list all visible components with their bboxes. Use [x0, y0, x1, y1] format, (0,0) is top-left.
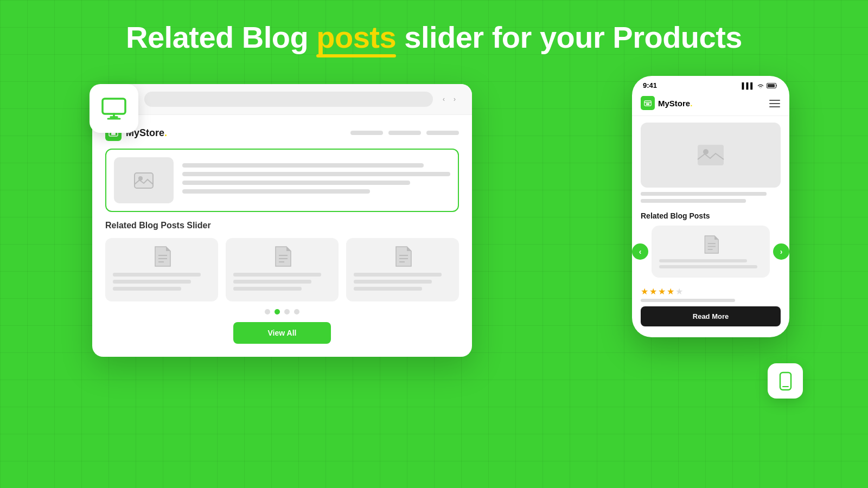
nav-line-3 [426, 131, 459, 135]
svg-rect-26 [698, 145, 724, 165]
browser-content: MyStore. [92, 115, 472, 357]
read-more-button[interactable]: Read More [641, 306, 781, 326]
svg-rect-31 [780, 373, 791, 390]
star-3: ★ [658, 286, 666, 297]
product-section [105, 149, 459, 212]
mobile-hero-image [641, 123, 781, 188]
mobile-store-name: MyStore. [658, 99, 692, 108]
mobile-store-logo [641, 96, 655, 110]
svg-rect-19 [768, 84, 775, 87]
mobile-rating-stars: ★ ★ ★ ★ ★ [632, 283, 789, 299]
blog-cards-row [105, 238, 459, 301]
card-lines-2 [233, 273, 331, 294]
star-4: ★ [667, 286, 674, 297]
phone-icon [776, 371, 795, 391]
blog-card-2 [226, 238, 339, 301]
page-wrapper: Related Blog posts slider for your Produ… [0, 0, 868, 488]
svg-rect-0 [103, 99, 125, 114]
mobile-rating-line [641, 299, 735, 302]
signal-icon: ▌▌▌ [742, 82, 755, 89]
monitor-icon [100, 94, 127, 123]
dot-1[interactable] [265, 309, 270, 314]
mobile-menu-icon[interactable] [769, 98, 781, 109]
mobile-related-title: Related Blog Posts [632, 209, 789, 226]
dot-4[interactable] [294, 309, 299, 314]
browser-bar: ‹ › [92, 84, 472, 115]
desktop-icon-badge [90, 84, 138, 133]
store-header: MyStore. [105, 125, 459, 141]
mobile-mockup: 9:41 ▌▌▌ [632, 76, 789, 337]
browser-url-bar [144, 92, 433, 107]
slider-dots [105, 309, 459, 314]
card-lines-3 [354, 273, 451, 294]
mobile-header: MyStore. [632, 93, 789, 116]
nav-line-1 [350, 131, 383, 135]
title-highlight: posts [316, 21, 396, 54]
title-part2: slider for your Products [396, 20, 742, 54]
mobile-hero-lines [632, 192, 789, 203]
battery-icon [767, 82, 778, 89]
nav-lines [350, 131, 459, 135]
star-5-empty: ★ [675, 286, 683, 297]
product-line-4 [182, 189, 370, 194]
desktop-mockup: ‹ › MyStore. [92, 84, 472, 357]
svg-point-27 [703, 149, 709, 155]
slider-prev-button[interactable]: ‹ [632, 243, 648, 260]
star-2: ★ [649, 286, 657, 297]
product-line-1 [182, 163, 424, 168]
star-1: ★ [641, 286, 648, 297]
title-area: Related Blog posts slider for your Produ… [0, 0, 868, 54]
wifi-icon [757, 82, 764, 88]
dot-3[interactable] [284, 309, 290, 314]
slider-next-button[interactable]: › [773, 243, 789, 260]
store-dot-desktop: . [164, 127, 167, 138]
mobile-status-bar: 9:41 ▌▌▌ [632, 76, 789, 93]
product-lines [182, 163, 450, 198]
svg-rect-6 [111, 133, 116, 135]
view-all-button[interactable]: View All [233, 322, 331, 344]
product-line-2 [182, 172, 450, 176]
svg-rect-22 [646, 103, 649, 105]
page-title: Related Blog posts slider for your Produ… [0, 21, 868, 54]
blog-card-3 [346, 238, 459, 301]
nav-line-2 [388, 131, 421, 135]
mobile-phone-badge [768, 363, 803, 399]
mobile-blog-card [652, 226, 770, 278]
dot-2-active[interactable] [275, 309, 280, 314]
mobile-slider-area: ‹ › [632, 226, 789, 278]
product-image [114, 157, 174, 203]
svg-rect-7 [135, 173, 153, 188]
product-line-3 [182, 181, 410, 185]
blog-section-title: Related Blog Posts Slider [105, 221, 459, 230]
mobile-status-icons: ▌▌▌ [742, 82, 778, 89]
mobile-time: 9:41 [643, 81, 657, 89]
card-lines-1 [113, 273, 210, 294]
blog-card-1 [105, 238, 218, 301]
title-part1: Related Blog [126, 20, 316, 54]
